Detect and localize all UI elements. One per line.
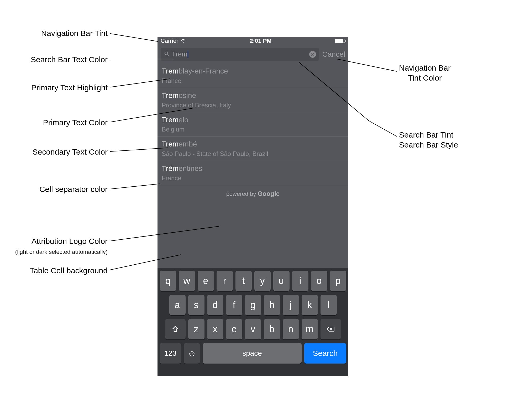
cancel-button[interactable]: Cancel — [322, 50, 345, 59]
svg-line-11 — [110, 184, 160, 189]
key-f[interactable]: f — [226, 295, 242, 315]
primary-rest: osine — [178, 91, 196, 99]
callout-nav-bar-tint: Navigation Bar Tint — [24, 28, 108, 38]
key-m[interactable]: m — [302, 319, 318, 339]
table-row[interactable]: Trémentines France — [158, 161, 348, 185]
key-b[interactable]: b — [264, 319, 280, 339]
primary-highlight: Trem — [162, 91, 178, 99]
callout-cell-separator-color: Cell separator color — [21, 184, 108, 194]
phone-frame: Carrier 2:01 PM Trem Cancel — [158, 37, 348, 376]
table-row[interactable]: Tremblay-en-France France — [158, 64, 348, 88]
table-row[interactable]: Tremelo Belgium — [158, 112, 348, 137]
secondary-label: Province of Brescia, Italy — [162, 102, 344, 109]
svg-line-16 — [369, 121, 397, 136]
attribution-logo: powered by Google — [158, 185, 348, 200]
key-k[interactable]: k — [302, 295, 318, 315]
text-cursor — [188, 51, 188, 58]
secondary-label: France — [162, 175, 344, 182]
table-row[interactable]: Tremosine Province of Brescia, Italy — [158, 88, 348, 112]
svg-line-1 — [167, 54, 169, 56]
keyboard-row-2: a s d f g h j k l — [160, 295, 346, 315]
key-o[interactable]: o — [311, 271, 327, 291]
key-space[interactable]: space — [203, 343, 302, 364]
secondary-label: São Paulo - State of São Paulo, Brazil — [162, 150, 344, 158]
key-t[interactable]: t — [235, 271, 252, 291]
key-search[interactable]: Search — [304, 343, 346, 364]
key-j[interactable]: j — [283, 295, 299, 315]
key-p[interactable]: p — [330, 271, 346, 291]
clear-icon[interactable] — [309, 51, 316, 58]
wifi-icon — [180, 37, 186, 45]
keyboard-row-1: q w e r t y u i o p — [160, 271, 346, 291]
navigation-bar: Trem Cancel — [158, 45, 348, 64]
key-z[interactable]: z — [188, 319, 204, 339]
key-s[interactable]: s — [188, 295, 204, 315]
carrier-label: Carrier — [161, 38, 178, 44]
callout-primary-text-highlight: Primary Text Highlight — [13, 83, 108, 93]
key-d[interactable]: d — [207, 295, 223, 315]
attribution-prefix: powered by — [226, 191, 258, 197]
callout-search-bar-text-color: Search Bar Text Color — [8, 55, 108, 65]
primary-highlight: Trem — [162, 116, 178, 124]
battery-icon — [335, 39, 345, 43]
search-icon — [164, 50, 170, 59]
secondary-label: France — [162, 77, 344, 85]
primary-rest: blay-en-France — [178, 67, 228, 75]
key-i[interactable]: i — [292, 271, 308, 291]
key-numbers[interactable]: 123 — [160, 343, 181, 364]
key-backspace[interactable] — [321, 319, 341, 339]
key-shift[interactable] — [165, 319, 186, 339]
primary-rest: entines — [178, 164, 202, 172]
attribution-brand: Google — [258, 190, 280, 197]
svg-line-6 — [110, 34, 158, 41]
primary-highlight: Trém — [162, 164, 178, 172]
secondary-label: Belgium — [162, 126, 344, 133]
callout-table-cell-background: Table Cell background — [16, 266, 108, 276]
callout-nav-bar-tint-color: Navigation Bar Tint Color — [399, 63, 451, 83]
callout-attribution-note: (light or dark selected automatically) — [0, 246, 108, 256]
key-y[interactable]: y — [254, 271, 271, 291]
keyboard-row-3: z x c v b n m — [160, 319, 346, 339]
table-row[interactable]: Tremembé São Paulo - State of São Paulo,… — [158, 136, 348, 161]
key-x[interactable]: x — [207, 319, 223, 339]
keyboard-row-4: 123 ☺ space Search — [160, 343, 346, 364]
primary-highlight: Trem — [162, 67, 178, 75]
callout-attribution-logo-color: Attribution Logo Color — [16, 236, 108, 246]
status-left: Carrier — [161, 37, 186, 45]
keyboard: q w e r t y u i o p a s d f g h j k l — [158, 268, 348, 376]
key-a[interactable]: a — [169, 295, 186, 315]
search-bar[interactable]: Trem — [161, 48, 319, 61]
key-q[interactable]: q — [160, 271, 176, 291]
primary-rest: embé — [178, 140, 197, 148]
status-time: 2:01 PM — [250, 38, 272, 44]
key-h[interactable]: h — [264, 295, 280, 315]
key-l[interactable]: l — [321, 295, 337, 315]
callout-primary-text-color: Primary Text Color — [24, 118, 108, 128]
search-query-text: Trem — [172, 50, 187, 58]
svg-point-0 — [165, 52, 168, 55]
key-r[interactable]: r — [217, 271, 233, 291]
key-v[interactable]: v — [245, 319, 261, 339]
key-c[interactable]: c — [226, 319, 242, 339]
key-g[interactable]: g — [245, 295, 261, 315]
callout-search-bar-tint-style: Search Bar Tint Search Bar Style — [399, 130, 458, 150]
key-emoji[interactable]: ☺ — [184, 343, 200, 364]
key-n[interactable]: n — [283, 319, 299, 339]
results-list: Tremblay-en-France France Tremosine Prov… — [158, 64, 348, 185]
primary-highlight: Trem — [162, 140, 178, 148]
callout-secondary-text-color: Secondary Text Color — [16, 147, 108, 157]
primary-rest: elo — [178, 116, 188, 124]
key-u[interactable]: u — [273, 271, 290, 291]
search-input[interactable]: Trem — [172, 50, 307, 58]
key-e[interactable]: e — [198, 271, 214, 291]
key-w[interactable]: w — [179, 271, 195, 291]
status-bar: Carrier 2:01 PM — [158, 37, 348, 45]
